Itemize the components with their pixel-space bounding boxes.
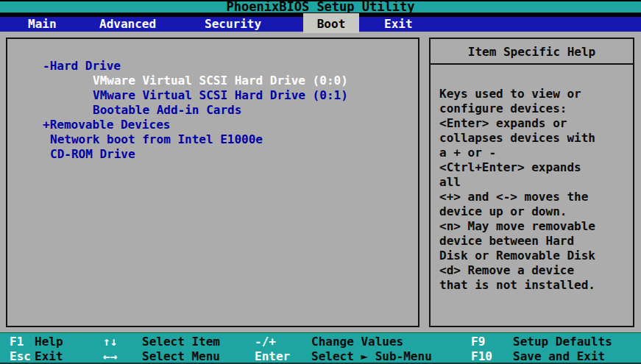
boot-item-removable-devices[interactable]: +Removable Devices bbox=[7, 118, 418, 132]
tab-security[interactable]: Security bbox=[205, 17, 261, 32]
help-line: Keys used to view or bbox=[439, 87, 628, 101]
help-line: <n> May move removable bbox=[439, 219, 628, 234]
key-left-right-desc: Select Menu bbox=[142, 349, 220, 364]
key-f9: F9 bbox=[471, 335, 485, 349]
help-line: collapses devices with bbox=[439, 131, 628, 146]
boot-device-list: -Hard Drive VMware Virtual SCSI Hard Dri… bbox=[6, 38, 419, 327]
help-line: <d> Remove a device bbox=[439, 263, 628, 278]
key-f9-desc: Setup Defaults bbox=[513, 335, 612, 349]
help-line: <Ctrl+Enter> expands bbox=[439, 160, 628, 175]
tab-exit[interactable]: Exit bbox=[384, 17, 413, 32]
key-f1-desc: Help bbox=[35, 335, 63, 349]
help-line: that is not installed. bbox=[439, 278, 628, 293]
tab-boot[interactable]: Boot bbox=[303, 13, 359, 33]
legend-row-2: Esc Exit ←→ Select Menu Enter Select ► S… bbox=[0, 349, 641, 364]
boot-item-network-boot[interactable]: Network boot from Intel E1000e bbox=[7, 132, 418, 147]
key-legend-bar: F1 Help ↑↓ Select Item -/+ Change Values… bbox=[0, 332, 641, 364]
help-line: device up or down. bbox=[439, 204, 628, 219]
key-f1: F1 bbox=[10, 335, 24, 349]
help-line: device between Hard bbox=[439, 234, 628, 249]
key-enter: Enter bbox=[255, 349, 290, 364]
boot-item-vmware-scsi-0-1[interactable]: VMware Virtual SCSI Hard Drive (0:1) bbox=[7, 88, 418, 103]
help-panel: Item Specific Help Keys used to view or … bbox=[429, 38, 634, 327]
key-up-down-desc: Select Item bbox=[142, 335, 220, 349]
boot-item-cdrom-drive[interactable]: CD-ROM Drive bbox=[7, 147, 418, 162]
key-left-right-icon: ←→ bbox=[103, 349, 117, 364]
help-line: <+> and <-> moves the bbox=[439, 190, 628, 204]
help-line: Disk or Removable Disk bbox=[439, 249, 628, 263]
help-line: all bbox=[439, 175, 628, 190]
legend-row-1: F1 Help ↑↓ Select Item -/+ Change Values… bbox=[0, 335, 641, 349]
help-line: configure devices: bbox=[439, 101, 628, 116]
boot-item-bootable-addin-cards[interactable]: Bootable Add-in Cards bbox=[7, 103, 418, 118]
key-esc: Esc bbox=[10, 349, 31, 364]
key-up-down-icon: ↑↓ bbox=[103, 335, 117, 349]
key-minus-plus: -/+ bbox=[255, 335, 276, 349]
help-body: Keys used to view or configure devices: … bbox=[431, 65, 633, 293]
tab-advanced[interactable]: Advanced bbox=[99, 17, 156, 32]
boot-item-hard-drive[interactable]: -Hard Drive bbox=[7, 59, 418, 74]
help-line: a + or - bbox=[439, 146, 628, 160]
tab-main[interactable]: Main bbox=[28, 17, 57, 32]
key-f10-desc: Save and Exit bbox=[513, 349, 605, 364]
key-esc-desc: Exit bbox=[35, 349, 63, 364]
help-title: Item Specific Help bbox=[431, 39, 633, 65]
boot-item-vmware-scsi-0-0[interactable]: VMware Virtual SCSI Hard Drive (0:0) bbox=[7, 74, 418, 88]
key-minus-plus-desc: Change Values bbox=[311, 335, 403, 349]
key-f10: F10 bbox=[471, 349, 492, 364]
key-enter-desc: Select ► Sub-Menu bbox=[311, 349, 432, 364]
help-line: <Enter> expands or bbox=[439, 116, 628, 131]
bios-title: PhoenixBIOS Setup Utility bbox=[0, 1, 641, 13]
